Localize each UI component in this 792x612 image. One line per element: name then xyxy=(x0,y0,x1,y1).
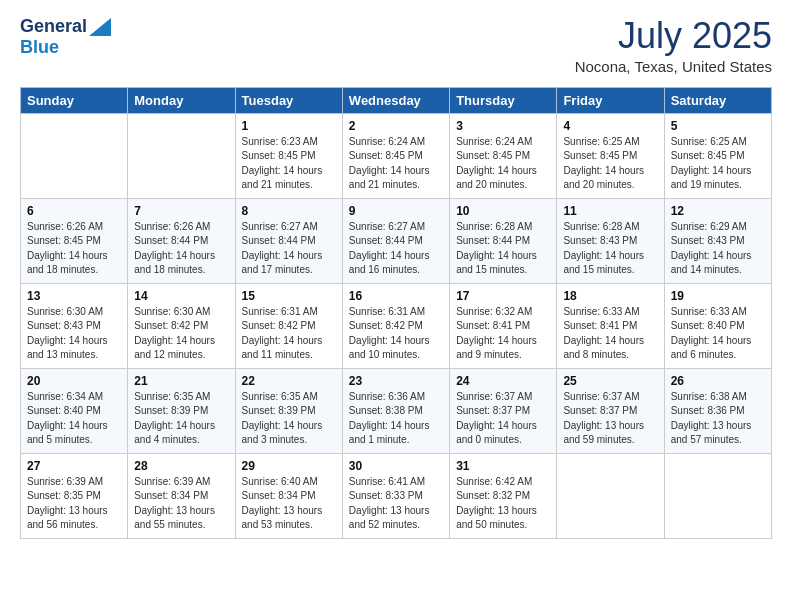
calendar-cell: 2Sunrise: 6:24 AM Sunset: 8:45 PM Daylig… xyxy=(342,113,449,198)
calendar-cell: 7Sunrise: 6:26 AM Sunset: 8:44 PM Daylig… xyxy=(128,198,235,283)
day-number: 19 xyxy=(671,289,765,303)
day-number: 8 xyxy=(242,204,336,218)
day-number: 1 xyxy=(242,119,336,133)
calendar-table: SundayMondayTuesdayWednesdayThursdayFrid… xyxy=(20,87,772,539)
day-detail: Sunrise: 6:36 AM Sunset: 8:38 PM Dayligh… xyxy=(349,390,443,448)
day-detail: Sunrise: 6:31 AM Sunset: 8:42 PM Dayligh… xyxy=(349,305,443,363)
day-number: 14 xyxy=(134,289,228,303)
header: General Blue July 2025 Nocona, Texas, Un… xyxy=(20,16,772,75)
day-detail: Sunrise: 6:27 AM Sunset: 8:44 PM Dayligh… xyxy=(349,220,443,278)
calendar-cell: 25Sunrise: 6:37 AM Sunset: 8:37 PM Dayli… xyxy=(557,368,664,453)
calendar-cell: 10Sunrise: 6:28 AM Sunset: 8:44 PM Dayli… xyxy=(450,198,557,283)
calendar-cell: 6Sunrise: 6:26 AM Sunset: 8:45 PM Daylig… xyxy=(21,198,128,283)
day-detail: Sunrise: 6:27 AM Sunset: 8:44 PM Dayligh… xyxy=(242,220,336,278)
day-number: 10 xyxy=(456,204,550,218)
weekday-header: Wednesday xyxy=(342,87,449,113)
calendar-cell: 15Sunrise: 6:31 AM Sunset: 8:42 PM Dayli… xyxy=(235,283,342,368)
day-number: 3 xyxy=(456,119,550,133)
day-number: 11 xyxy=(563,204,657,218)
calendar-cell: 23Sunrise: 6:36 AM Sunset: 8:38 PM Dayli… xyxy=(342,368,449,453)
calendar-week-row: 27Sunrise: 6:39 AM Sunset: 8:35 PM Dayli… xyxy=(21,453,772,538)
day-detail: Sunrise: 6:39 AM Sunset: 8:35 PM Dayligh… xyxy=(27,475,121,533)
day-detail: Sunrise: 6:38 AM Sunset: 8:36 PM Dayligh… xyxy=(671,390,765,448)
day-detail: Sunrise: 6:24 AM Sunset: 8:45 PM Dayligh… xyxy=(456,135,550,193)
calendar-cell: 26Sunrise: 6:38 AM Sunset: 8:36 PM Dayli… xyxy=(664,368,771,453)
day-number: 2 xyxy=(349,119,443,133)
day-detail: Sunrise: 6:32 AM Sunset: 8:41 PM Dayligh… xyxy=(456,305,550,363)
day-detail: Sunrise: 6:28 AM Sunset: 8:44 PM Dayligh… xyxy=(456,220,550,278)
weekday-header: Sunday xyxy=(21,87,128,113)
calendar-cell: 18Sunrise: 6:33 AM Sunset: 8:41 PM Dayli… xyxy=(557,283,664,368)
day-detail: Sunrise: 6:31 AM Sunset: 8:42 PM Dayligh… xyxy=(242,305,336,363)
calendar-cell: 29Sunrise: 6:40 AM Sunset: 8:34 PM Dayli… xyxy=(235,453,342,538)
day-number: 27 xyxy=(27,459,121,473)
day-number: 28 xyxy=(134,459,228,473)
day-number: 21 xyxy=(134,374,228,388)
day-detail: Sunrise: 6:23 AM Sunset: 8:45 PM Dayligh… xyxy=(242,135,336,193)
day-number: 6 xyxy=(27,204,121,218)
calendar-cell: 21Sunrise: 6:35 AM Sunset: 8:39 PM Dayli… xyxy=(128,368,235,453)
day-detail: Sunrise: 6:33 AM Sunset: 8:41 PM Dayligh… xyxy=(563,305,657,363)
calendar-cell: 3Sunrise: 6:24 AM Sunset: 8:45 PM Daylig… xyxy=(450,113,557,198)
day-number: 4 xyxy=(563,119,657,133)
calendar-cell: 14Sunrise: 6:30 AM Sunset: 8:42 PM Dayli… xyxy=(128,283,235,368)
calendar-cell: 19Sunrise: 6:33 AM Sunset: 8:40 PM Dayli… xyxy=(664,283,771,368)
day-detail: Sunrise: 6:41 AM Sunset: 8:33 PM Dayligh… xyxy=(349,475,443,533)
day-detail: Sunrise: 6:37 AM Sunset: 8:37 PM Dayligh… xyxy=(563,390,657,448)
day-number: 29 xyxy=(242,459,336,473)
day-detail: Sunrise: 6:42 AM Sunset: 8:32 PM Dayligh… xyxy=(456,475,550,533)
calendar-cell xyxy=(664,453,771,538)
weekday-header: Saturday xyxy=(664,87,771,113)
calendar-cell: 8Sunrise: 6:27 AM Sunset: 8:44 PM Daylig… xyxy=(235,198,342,283)
day-number: 31 xyxy=(456,459,550,473)
calendar-cell: 1Sunrise: 6:23 AM Sunset: 8:45 PM Daylig… xyxy=(235,113,342,198)
day-detail: Sunrise: 6:30 AM Sunset: 8:43 PM Dayligh… xyxy=(27,305,121,363)
calendar-cell xyxy=(557,453,664,538)
day-number: 20 xyxy=(27,374,121,388)
day-number: 17 xyxy=(456,289,550,303)
day-number: 30 xyxy=(349,459,443,473)
day-number: 9 xyxy=(349,204,443,218)
calendar-cell: 16Sunrise: 6:31 AM Sunset: 8:42 PM Dayli… xyxy=(342,283,449,368)
calendar-cell: 31Sunrise: 6:42 AM Sunset: 8:32 PM Dayli… xyxy=(450,453,557,538)
weekday-header: Friday xyxy=(557,87,664,113)
calendar-cell: 9Sunrise: 6:27 AM Sunset: 8:44 PM Daylig… xyxy=(342,198,449,283)
day-detail: Sunrise: 6:37 AM Sunset: 8:37 PM Dayligh… xyxy=(456,390,550,448)
day-number: 18 xyxy=(563,289,657,303)
logo: General Blue xyxy=(20,16,111,58)
day-number: 24 xyxy=(456,374,550,388)
calendar-week-row: 6Sunrise: 6:26 AM Sunset: 8:45 PM Daylig… xyxy=(21,198,772,283)
day-number: 16 xyxy=(349,289,443,303)
logo-icon xyxy=(89,18,111,36)
day-detail: Sunrise: 6:40 AM Sunset: 8:34 PM Dayligh… xyxy=(242,475,336,533)
calendar-cell xyxy=(21,113,128,198)
day-detail: Sunrise: 6:26 AM Sunset: 8:44 PM Dayligh… xyxy=(134,220,228,278)
day-detail: Sunrise: 6:25 AM Sunset: 8:45 PM Dayligh… xyxy=(671,135,765,193)
day-number: 25 xyxy=(563,374,657,388)
calendar-cell: 27Sunrise: 6:39 AM Sunset: 8:35 PM Dayli… xyxy=(21,453,128,538)
day-number: 15 xyxy=(242,289,336,303)
day-detail: Sunrise: 6:34 AM Sunset: 8:40 PM Dayligh… xyxy=(27,390,121,448)
calendar-cell: 28Sunrise: 6:39 AM Sunset: 8:34 PM Dayli… xyxy=(128,453,235,538)
day-number: 12 xyxy=(671,204,765,218)
calendar-cell xyxy=(128,113,235,198)
svg-marker-0 xyxy=(89,18,111,36)
calendar-cell: 30Sunrise: 6:41 AM Sunset: 8:33 PM Dayli… xyxy=(342,453,449,538)
calendar-cell: 24Sunrise: 6:37 AM Sunset: 8:37 PM Dayli… xyxy=(450,368,557,453)
day-detail: Sunrise: 6:33 AM Sunset: 8:40 PM Dayligh… xyxy=(671,305,765,363)
month-title: July 2025 xyxy=(575,16,772,56)
day-number: 7 xyxy=(134,204,228,218)
weekday-header: Monday xyxy=(128,87,235,113)
calendar-cell: 20Sunrise: 6:34 AM Sunset: 8:40 PM Dayli… xyxy=(21,368,128,453)
calendar-week-row: 1Sunrise: 6:23 AM Sunset: 8:45 PM Daylig… xyxy=(21,113,772,198)
day-detail: Sunrise: 6:28 AM Sunset: 8:43 PM Dayligh… xyxy=(563,220,657,278)
logo-general-text: General xyxy=(20,16,87,37)
day-number: 13 xyxy=(27,289,121,303)
day-detail: Sunrise: 6:30 AM Sunset: 8:42 PM Dayligh… xyxy=(134,305,228,363)
day-detail: Sunrise: 6:29 AM Sunset: 8:43 PM Dayligh… xyxy=(671,220,765,278)
page: General Blue July 2025 Nocona, Texas, Un… xyxy=(0,0,792,612)
day-detail: Sunrise: 6:39 AM Sunset: 8:34 PM Dayligh… xyxy=(134,475,228,533)
day-detail: Sunrise: 6:24 AM Sunset: 8:45 PM Dayligh… xyxy=(349,135,443,193)
day-detail: Sunrise: 6:35 AM Sunset: 8:39 PM Dayligh… xyxy=(134,390,228,448)
day-number: 22 xyxy=(242,374,336,388)
